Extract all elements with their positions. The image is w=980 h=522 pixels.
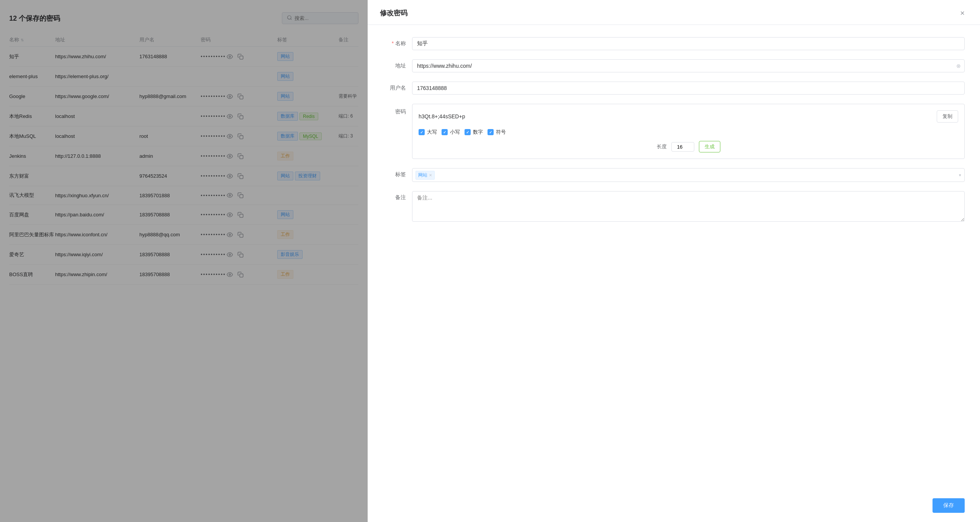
password-field-container: 复制 大写 小写 数字 bbox=[412, 104, 965, 159]
password-input[interactable] bbox=[419, 113, 932, 119]
password-options-row: 大写 小写 数字 符号 bbox=[419, 129, 958, 136]
save-button[interactable]: 保存 bbox=[933, 498, 965, 513]
lowercase-checkbox[interactable]: 小写 bbox=[442, 129, 460, 136]
numbers-checkbox[interactable]: 数字 bbox=[465, 129, 483, 136]
password-area: 复制 大写 小写 数字 bbox=[412, 104, 965, 159]
modal-overlay[interactable] bbox=[0, 0, 368, 522]
length-input[interactable] bbox=[671, 142, 694, 152]
uppercase-checkbox[interactable]: 大写 bbox=[419, 129, 437, 136]
dialog-body: 名称 地址 ⊗ 用户名 密码 bbox=[368, 25, 980, 492]
tag-label: 网站 bbox=[418, 172, 427, 178]
length-row: 长度 生成 bbox=[419, 141, 958, 152]
tag-remove-icon[interactable]: ✕ bbox=[429, 173, 432, 177]
password-input-row: 复制 bbox=[419, 110, 958, 123]
dialog-title: 修改密码 bbox=[380, 8, 407, 18]
username-input[interactable] bbox=[412, 82, 965, 95]
lowercase-checkbox-icon bbox=[442, 129, 448, 135]
form-item-remark: 备注 bbox=[383, 191, 965, 223]
numbers-checkbox-icon bbox=[465, 129, 471, 135]
copy-password-btn[interactable]: 复制 bbox=[937, 110, 958, 123]
form-item-tags: 标签 网站 ✕ ▾ bbox=[383, 168, 965, 182]
username-label: 用户名 bbox=[383, 82, 406, 92]
tags-input[interactable]: 网站 ✕ ▾ bbox=[412, 168, 965, 182]
remark-input[interactable] bbox=[412, 191, 965, 222]
length-label: 长度 bbox=[657, 143, 667, 150]
url-input-wrapper: ⊗ bbox=[412, 59, 965, 72]
numbers-label: 数字 bbox=[473, 129, 483, 136]
remark-field-container bbox=[412, 191, 965, 223]
url-input[interactable] bbox=[412, 59, 965, 72]
close-dialog-button[interactable]: × bbox=[957, 8, 968, 18]
edit-password-dialog: 修改密码 × 名称 地址 ⊗ 用户名 bbox=[368, 0, 980, 522]
url-field-container: ⊗ bbox=[412, 59, 965, 72]
remark-label: 备注 bbox=[383, 191, 406, 201]
form-item-password: 密码 复制 大写 小写 bbox=[383, 104, 965, 159]
chevron-down-icon: ▾ bbox=[959, 173, 961, 178]
form-item-username: 用户名 bbox=[383, 82, 965, 95]
symbols-label: 符号 bbox=[496, 129, 506, 136]
uppercase-label: 大写 bbox=[427, 129, 437, 136]
tags-field-container: 网站 ✕ ▾ bbox=[412, 168, 965, 182]
uppercase-checkbox-icon bbox=[419, 129, 425, 135]
dialog-footer: 保存 bbox=[368, 492, 980, 522]
generate-password-button[interactable]: 生成 bbox=[699, 141, 720, 152]
selected-tag: 网站 ✕ bbox=[416, 171, 435, 180]
password-label: 密码 bbox=[383, 104, 406, 115]
lowercase-label: 小写 bbox=[450, 129, 460, 136]
symbols-checkbox[interactable]: 符号 bbox=[488, 129, 506, 136]
form-item-name: 名称 bbox=[383, 37, 965, 50]
name-input[interactable] bbox=[412, 37, 965, 50]
tags-label: 标签 bbox=[383, 168, 406, 178]
name-label: 名称 bbox=[383, 37, 406, 47]
symbols-checkbox-icon bbox=[488, 129, 494, 135]
url-clear-icon[interactable]: ⊗ bbox=[956, 63, 961, 69]
username-field-container bbox=[412, 82, 965, 95]
name-field-container bbox=[412, 37, 965, 50]
form-item-url: 地址 ⊗ bbox=[383, 59, 965, 72]
url-label: 地址 bbox=[383, 59, 406, 69]
dialog-header: 修改密码 × bbox=[368, 0, 980, 25]
